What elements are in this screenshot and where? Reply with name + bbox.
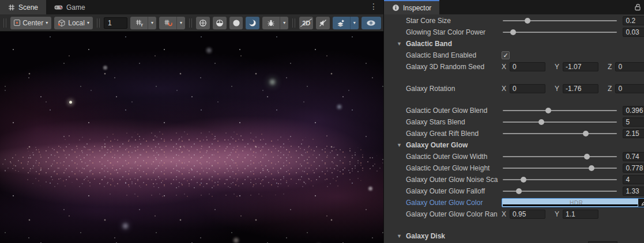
y-field[interactable]: -1.76	[563, 84, 598, 93]
slider-track[interactable]	[503, 20, 617, 21]
slider[interactable]	[502, 175, 618, 184]
foldout-label: Galactic Band	[406, 40, 452, 48]
value-field[interactable]: 2.15	[623, 129, 644, 138]
audio-muted-icon	[319, 19, 327, 27]
y-field[interactable]: 1.1	[563, 210, 598, 219]
slider[interactable]	[502, 129, 618, 138]
slider-handle[interactable]	[583, 131, 589, 136]
value-field[interactable]: 0.396	[623, 106, 644, 115]
property-label: Galaxy Outer Glow Falloff	[406, 187, 502, 195]
slider[interactable]	[502, 187, 618, 196]
toolbar-separator	[97, 18, 100, 28]
foldout-arrow-icon[interactable]: ▼	[397, 233, 406, 239]
value-field[interactable]: 0.2	[623, 16, 644, 25]
grid-size-value: 1	[108, 19, 112, 27]
property-row-galaxy-great-rift-blend: Galaxy Great Rift Blend 2.15	[384, 128, 644, 139]
unlock-icon[interactable]	[634, 3, 641, 11]
foldout-arrow-icon[interactable]: ▼	[397, 41, 406, 47]
draw-mode-half-shaded-button[interactable]	[213, 17, 227, 29]
slider[interactable]	[502, 164, 618, 173]
debug-dropdown[interactable]: ▾	[280, 17, 288, 29]
value-field[interactable]: 0.778	[623, 164, 644, 173]
slider-handle[interactable]	[516, 188, 522, 194]
slider-track[interactable]	[503, 133, 617, 134]
z-field[interactable]: 0	[615, 84, 644, 93]
slider[interactable]	[502, 16, 618, 25]
debug-split-button: ▾	[262, 17, 288, 29]
slider[interactable]	[502, 28, 618, 37]
value-field[interactable]: 4	[623, 175, 644, 184]
slider-handle[interactable]	[545, 108, 551, 113]
debug-button[interactable]	[262, 17, 280, 29]
chevron-down-icon: ▾	[46, 20, 48, 25]
grid-size-input[interactable]: 1	[104, 17, 127, 29]
tool-handle-pivot-button[interactable]: Center ▾	[10, 17, 51, 29]
lighting-toggle-button[interactable]	[246, 17, 259, 29]
x-field[interactable]: 0.95	[510, 210, 545, 219]
foldout-galactic-band[interactable]: ▼ Galactic Band	[384, 38, 644, 50]
scene-panel: Scene Game ⋮ Center ▾	[0, 0, 384, 243]
grid-snap-dropdown[interactable]: ▾	[176, 17, 185, 29]
value-field[interactable]: 1.33	[623, 187, 644, 196]
x-field[interactable]: 0	[510, 84, 545, 93]
tab-inspector[interactable]: Inspector	[384, 0, 439, 14]
slider-handle[interactable]	[589, 165, 594, 171]
audio-toggle-button[interactable]	[316, 17, 330, 29]
z-field[interactable]: 0	[615, 62, 644, 71]
scene-viewport[interactable]	[0, 32, 383, 243]
x-field[interactable]: 0	[510, 62, 545, 71]
slider-handle[interactable]	[521, 177, 526, 183]
tab-scene[interactable]: Scene	[0, 0, 46, 14]
axis-y-label: Y	[555, 210, 559, 218]
tab-game[interactable]: Game	[46, 0, 93, 14]
slider-track[interactable]	[503, 110, 617, 111]
value-field[interactable]: 0.03	[623, 28, 644, 37]
grid-axis-dropdown[interactable]: ▾	[148, 17, 156, 29]
chevron-down-icon: ▾	[180, 20, 182, 25]
effects-dropdown[interactable]: ▾	[350, 17, 359, 29]
eyedropper-icon	[641, 199, 644, 206]
property-row-galactic-outer-glow-height: Galactic Outer Glow Height 0.778	[384, 162, 644, 174]
slider-track[interactable]	[503, 156, 617, 157]
slider-handle[interactable]	[584, 154, 590, 160]
scene-panel-menu-kebab-icon[interactable]: ⋮	[370, 2, 378, 11]
property-row-galaxy-outer-glow-color: Galaxy Outer Glow Color HDR	[384, 197, 644, 208]
slider-handle[interactable]	[510, 29, 516, 35]
tool-handle-rotation-button[interactable]: Local ▾	[54, 17, 93, 29]
property-row-galaxy-3d-random-seed: Galaxy 3D Random Seed X 0 Y -1.07 Z 0	[384, 61, 644, 73]
starfield-2	[0, 32, 383, 243]
slider[interactable]	[502, 117, 618, 127]
property-row-galaxy-stars-blend: Galaxy Stars Blend 5	[384, 116, 644, 128]
slider-track[interactable]	[503, 168, 617, 169]
slider-track[interactable]	[503, 179, 617, 180]
property-label: Galaxy Stars Blend	[406, 118, 502, 126]
draw-mode-shaded-button[interactable]	[229, 17, 243, 29]
property-label: Galactic Outer Glow Height	[406, 164, 502, 172]
2d-toggle-button[interactable]: 2D	[299, 17, 313, 29]
slider-handle[interactable]	[538, 119, 544, 125]
slider[interactable]	[502, 152, 618, 161]
checkbox-checked[interactable]: ✓	[502, 51, 510, 59]
slider-track[interactable]	[503, 122, 617, 123]
grid-axis-button[interactable]: Y	[130, 17, 148, 29]
slider-track[interactable]	[503, 32, 617, 33]
visibility-toggle-button[interactable]	[361, 17, 381, 29]
foldout-galaxy-outer-glow[interactable]: ▼ Galaxy Outer Glow	[384, 139, 644, 151]
toolbar-drag-handle[interactable]	[3, 18, 6, 28]
slider[interactable]	[502, 106, 618, 115]
y-field[interactable]: -1.07	[563, 62, 598, 71]
foldout-label: Galaxy Disk	[406, 232, 445, 240]
grid-snap-button[interactable]	[159, 17, 176, 29]
value-field[interactable]: 5	[623, 117, 644, 127]
inspector-tabbar: Inspector ⋮	[384, 0, 644, 14]
value-field[interactable]: 0.74	[623, 152, 644, 161]
foldout-galaxy-disk[interactable]: ▼ Galaxy Disk	[384, 230, 644, 242]
inspector-rows: Star Core Size 0.2 Glowing Star Color Po…	[384, 14, 644, 243]
effects-button[interactable]	[333, 17, 350, 29]
axis-z-label: Z	[608, 85, 612, 93]
foldout-arrow-icon[interactable]: ▼	[397, 142, 406, 148]
draw-mode-wireframe-button[interactable]	[196, 17, 210, 29]
eyedropper-button[interactable]	[638, 199, 644, 207]
slider-handle[interactable]	[525, 18, 530, 24]
hdr-color-field[interactable]: HDR	[502, 198, 644, 207]
